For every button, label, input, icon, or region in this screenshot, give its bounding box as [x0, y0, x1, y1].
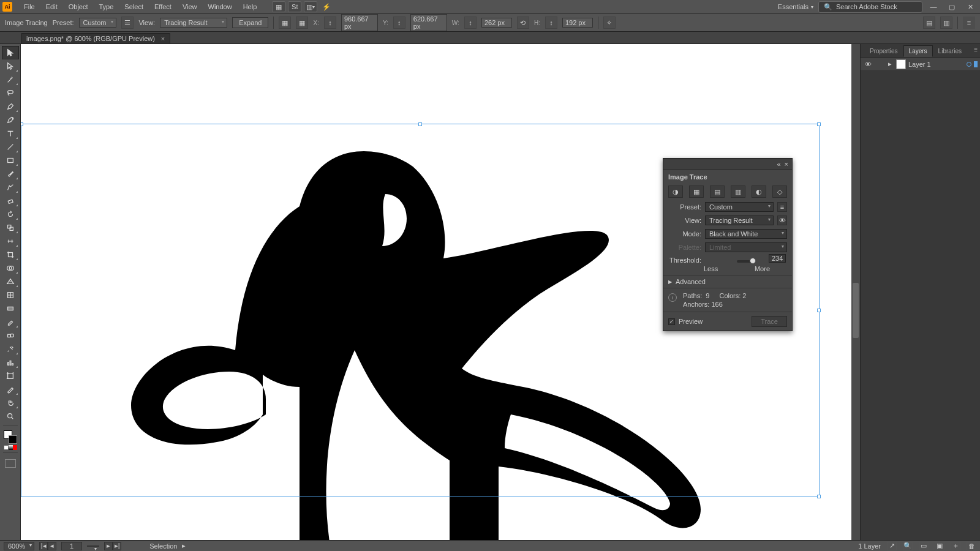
slice-tool[interactable] [2, 383, 18, 395]
line-tool[interactable] [2, 141, 18, 153]
fill-stroke-swatch[interactable] [4, 430, 17, 444]
menu-object[interactable]: Object [63, 0, 94, 13]
minimize-button[interactable]: — [926, 2, 941, 12]
type-tool[interactable] [2, 127, 18, 140]
prev-artboard-icon[interactable]: ◂ [48, 542, 56, 550]
target-icon[interactable] [967, 62, 971, 67]
clip-mask-icon[interactable]: ▣ [935, 542, 944, 550]
h-stepper-icon[interactable]: ↕ [545, 17, 557, 29]
search-stock-input[interactable]: 🔍 Search Adobe Stock [818, 1, 922, 13]
curvature-tool[interactable] [2, 114, 18, 126]
mesh-tool[interactable] [2, 289, 18, 301]
first-artboard-icon[interactable]: |◂ [39, 542, 48, 550]
it-view-dropdown[interactable]: Tracing Result [705, 216, 774, 225]
close-button[interactable]: ✕ [963, 2, 978, 12]
width-tool[interactable] [2, 235, 18, 247]
visibility-icon[interactable]: 👁 [863, 59, 873, 69]
screen-mode-icon[interactable] [5, 459, 16, 468]
color-mode-icons[interactable] [4, 445, 17, 450]
menu-effect[interactable]: Effect [149, 0, 177, 13]
view-dropdown[interactable]: Tracing Result [160, 18, 227, 28]
panel-toggle-icon-2[interactable]: ▥ [940, 17, 952, 29]
it-preset-dropdown[interactable]: Custom [705, 202, 774, 212]
x-stepper-icon[interactable]: ↕ [324, 17, 336, 29]
transform-icon[interactable]: ▦ [296, 17, 308, 29]
preset-outline-icon[interactable]: ◇ [772, 186, 787, 198]
disclosure-icon[interactable]: ▸ [886, 60, 894, 68]
isolate-icon[interactable]: ✧ [603, 17, 616, 29]
document-tab[interactable]: images.png* @ 600% (RGB/GPU Preview) × [21, 33, 170, 43]
h-field[interactable]: 192 px [562, 18, 593, 28]
it-mode-dropdown[interactable]: Black and White [705, 229, 787, 239]
symbol-sprayer-tool[interactable] [2, 343, 18, 355]
panel-menu-icon[interactable]: ≡ [974, 47, 978, 53]
menu-window[interactable]: Window [203, 0, 238, 13]
stock-icon[interactable]: St [288, 1, 301, 12]
preview-checkbox[interactable]: ✓ Preview [668, 318, 703, 325]
view-eye-icon[interactable]: 👁 [777, 216, 787, 225]
new-layer-icon[interactable]: ＋ [951, 542, 960, 550]
perspective-tool[interactable] [2, 276, 18, 288]
vertical-scrollbar[interactable] [851, 44, 860, 540]
artboard-dropdown[interactable] [87, 545, 99, 547]
gradient-tool[interactable] [2, 302, 18, 315]
gpu-icon[interactable]: ⚡ [320, 1, 333, 12]
preset-auto-icon[interactable]: ◑ [668, 186, 683, 198]
threshold-slider[interactable] [737, 260, 752, 263]
eyedropper-tool[interactable] [2, 316, 18, 328]
search-layer-icon[interactable]: 🔍 [903, 542, 913, 550]
menu-view[interactable]: View [177, 0, 203, 13]
rectangle-tool[interactable] [2, 154, 18, 167]
tab-layers[interactable]: Layers [903, 45, 933, 57]
y-field[interactable]: 620.667 px [410, 14, 447, 31]
preset-low-icon[interactable]: ▤ [710, 186, 725, 198]
layer-row[interactable]: 👁 ▸ Layer 1 [861, 58, 980, 71]
threshold-value[interactable]: 234 [769, 254, 786, 263]
menu-select[interactable]: Select [119, 0, 149, 13]
paintbrush-tool[interactable] [2, 168, 18, 180]
maximize-button[interactable]: ▢ [944, 2, 959, 12]
menu-help[interactable]: Help [238, 0, 263, 13]
close-panel-icon[interactable]: × [785, 160, 788, 168]
preset-menu-icon[interactable]: ≡ [777, 202, 787, 212]
options-menu-icon[interactable]: ≡ [963, 17, 975, 29]
last-artboard-icon[interactable]: ▸| [113, 542, 121, 550]
shaper-tool[interactable] [2, 181, 18, 193]
align-icon[interactable]: ▦ [279, 17, 291, 29]
next-artboard-icon[interactable]: ▸ [104, 542, 113, 550]
y-stepper-icon[interactable]: ↕ [393, 17, 405, 29]
collapse-icon[interactable]: « [777, 160, 780, 168]
free-transform-tool[interactable] [2, 249, 18, 261]
column-graph-tool[interactable] [2, 356, 18, 369]
preset-dropdown[interactable]: Custom [79, 18, 117, 28]
rotate-tool[interactable] [2, 208, 18, 220]
lasso-tool[interactable] [2, 87, 18, 99]
preset-gray-icon[interactable]: ▥ [731, 186, 745, 198]
menu-edit[interactable]: Edit [40, 0, 63, 13]
direct-selection-tool[interactable] [2, 60, 18, 72]
eraser-tool[interactable] [2, 195, 18, 207]
layer-name[interactable]: Layer 1 [908, 61, 964, 68]
tab-libraries[interactable]: Libraries [933, 45, 967, 57]
link-wh-icon[interactable]: ⟲ [517, 17, 529, 29]
selection-tool[interactable] [2, 47, 18, 59]
scale-tool[interactable] [2, 222, 18, 234]
bridge-icon[interactable]: ▦ [272, 1, 285, 12]
menu-type[interactable]: Type [94, 0, 119, 13]
expand-button[interactable]: Expand [232, 17, 268, 28]
pen-tool[interactable] [2, 100, 18, 113]
tab-properties[interactable]: Properties [864, 45, 903, 57]
zoom-dropdown[interactable]: 600% [4, 542, 34, 550]
arrange-documents-icon[interactable]: ▥▾ [304, 1, 317, 12]
blend-tool[interactable] [2, 329, 18, 342]
w-field[interactable]: 262 px [481, 18, 512, 28]
artboard-tool[interactable] [2, 370, 18, 382]
panel-toggle-icon-1[interactable]: ▤ [923, 17, 935, 29]
artboard-number-field[interactable]: 1 [61, 542, 82, 550]
menu-file[interactable]: File [18, 0, 40, 13]
shape-builder-tool[interactable] [2, 262, 18, 274]
new-sublayer-icon[interactable]: ▭ [919, 542, 929, 550]
zoom-tool[interactable] [2, 410, 18, 422]
image-trace-panel[interactable]: « × Image Trace ◑ ▦ ▤ ▥ ◐ ◇ Preset: Cust… [663, 158, 793, 331]
preset-bw-icon[interactable]: ◐ [752, 186, 766, 198]
